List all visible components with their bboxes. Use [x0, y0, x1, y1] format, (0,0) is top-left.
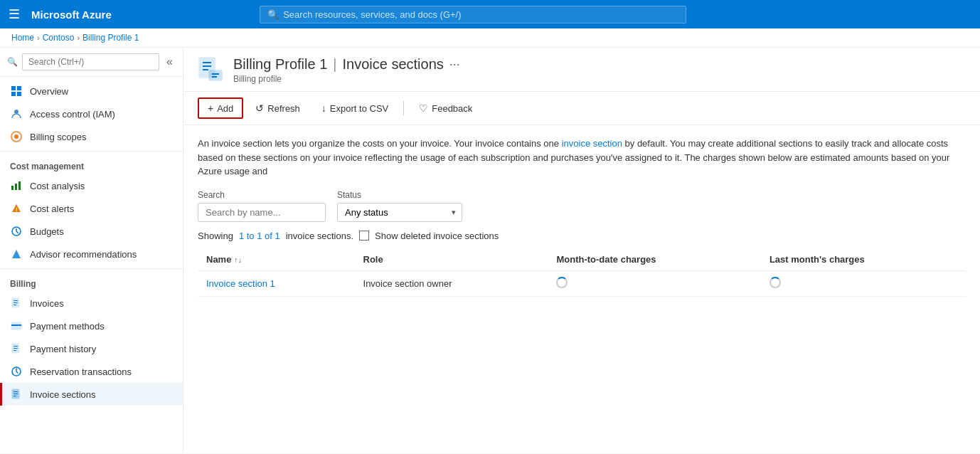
hamburger-icon[interactable]: ☰	[9, 6, 20, 22]
svg-rect-31	[203, 69, 208, 70]
sidebar-item-invoice-sections[interactable]: Invoice sections	[0, 383, 183, 406]
content-body: An invoice section lets you organize the…	[183, 125, 980, 453]
sidebar-item-label-payment-history: Payment history	[30, 344, 96, 354]
svg-rect-2	[11, 92, 16, 96]
sidebar-item-iam[interactable]: Access control (IAM)	[0, 102, 183, 125]
last-month-spinner	[769, 277, 781, 288]
global-search[interactable]: 🔍	[260, 6, 686, 23]
filter-row: Search Status Any status Active Disabled…	[198, 190, 966, 222]
cell-last-month	[761, 270, 966, 296]
svg-rect-9	[18, 181, 21, 190]
svg-rect-21	[14, 348, 18, 349]
sidebar-item-label-cost-alerts: Cost alerts	[30, 204, 74, 214]
col-header-last-month: Last month's charges	[761, 248, 966, 271]
sidebar-item-payment-history[interactable]: Payment history	[0, 337, 183, 360]
page-title-group: Billing Profile 1 | Invoice sections ···…	[233, 56, 460, 84]
showing-count-link[interactable]: 1 to 1 of 1	[239, 231, 280, 241]
overview-icon	[10, 85, 23, 97]
feedback-button[interactable]: ♡ Feedback	[410, 98, 481, 118]
sidebar-search-input[interactable]	[22, 53, 159, 70]
page-ellipsis-button[interactable]: ···	[449, 57, 460, 72]
invoices-icon	[10, 297, 23, 310]
search-input[interactable]	[283, 9, 678, 20]
refresh-button-label: Refresh	[267, 103, 300, 114]
col-name-label: Name	[206, 254, 231, 265]
search-icon: 🔍	[267, 9, 279, 20]
sidebar-item-reservation-transactions[interactable]: Reservation transactions	[0, 360, 183, 383]
col-header-name[interactable]: Name ↑↓	[198, 248, 355, 271]
page-title-main: Billing Profile 1	[233, 56, 327, 73]
showing-suffix: invoice sections.	[286, 231, 353, 241]
showing-row: Showing 1 to 1 of 1 invoice sections. Sh…	[198, 231, 966, 241]
page-icon	[198, 56, 223, 82]
payment-history-icon	[10, 342, 23, 355]
svg-rect-26	[14, 394, 18, 394]
breadcrumb-sep-1: ›	[37, 33, 40, 42]
sidebar-section-cost-management: Cost management	[0, 154, 183, 174]
sidebar-section-billing: Billing	[0, 272, 183, 292]
svg-rect-33	[212, 73, 219, 75]
sidebar-item-payment-methods[interactable]: Payment methods	[0, 315, 183, 337]
toolbar: + Add ↺ Refresh ↓ Export to CSV ♡ Feedba…	[183, 92, 980, 125]
svg-point-6	[14, 134, 18, 139]
sidebar-item-cost-analysis[interactable]: Cost analysis	[0, 174, 183, 197]
topbar: ☰ Microsoft Azure 🔍	[0, 0, 980, 28]
svg-rect-25	[14, 391, 18, 392]
svg-rect-16	[14, 305, 16, 305]
sidebar-item-budgets[interactable]: Budgets	[0, 220, 183, 243]
svg-rect-7	[11, 186, 14, 190]
showing-text: Showing	[198, 231, 233, 241]
sidebar-search-icon: 🔍	[7, 57, 18, 67]
sidebar-nav: Overview Access control (IAM) Billing sc…	[0, 77, 183, 408]
sidebar-item-label-cost-analysis: Cost analysis	[30, 181, 85, 191]
col-header-role: Role	[355, 248, 548, 271]
advisor-icon	[10, 248, 23, 260]
sort-arrows-name[interactable]: ↑↓	[234, 255, 242, 264]
svg-rect-29	[203, 62, 211, 63]
sidebar-item-billing-scopes[interactable]: Billing scopes	[0, 125, 183, 148]
svg-rect-22	[14, 350, 16, 351]
svg-marker-12	[12, 250, 21, 258]
page-header: Billing Profile 1 | Invoice sections ···…	[183, 48, 980, 92]
reservation-icon	[10, 365, 23, 378]
svg-rect-34	[212, 76, 217, 78]
search-by-name-input[interactable]	[198, 203, 326, 222]
page-title-separator: |	[333, 56, 336, 73]
sidebar-item-cost-alerts[interactable]: ! Cost alerts	[0, 197, 183, 220]
status-label: Status	[337, 190, 462, 200]
table-header-row: Name ↑↓ Role Month-to-date charges Last …	[198, 248, 966, 271]
svg-rect-32	[209, 70, 222, 80]
payment-methods-icon	[10, 320, 23, 332]
sidebar-item-overview[interactable]: Overview	[0, 80, 183, 102]
sidebar-item-invoices[interactable]: Invoices	[0, 292, 183, 315]
sidebar-item-label-budgets: Budgets	[30, 226, 64, 237]
svg-rect-1	[17, 86, 21, 90]
sidebar-search-bar: 🔍 «	[0, 48, 183, 77]
sidebar-item-label-reservation-transactions: Reservation transactions	[30, 366, 132, 377]
invoice-section-link[interactable]: invoice section	[562, 138, 622, 149]
chevron-down-icon: ▾	[452, 208, 462, 217]
breadcrumb-contoso[interactable]: Contoso	[43, 33, 75, 43]
sidebar-item-label-billing-scopes: Billing scopes	[30, 132, 87, 142]
export-button[interactable]: ↓ Export to CSV	[312, 98, 398, 118]
budgets-icon	[10, 225, 23, 238]
svg-rect-14	[14, 300, 18, 301]
breadcrumb: Home › Contoso › Billing Profile 1	[0, 28, 980, 48]
refresh-button[interactable]: ↺ Refresh	[246, 98, 309, 118]
add-button[interactable]: + Add	[198, 97, 243, 119]
iam-icon	[10, 107, 23, 120]
sidebar-divider-1	[0, 151, 183, 152]
svg-point-4	[14, 110, 18, 114]
billing-scopes-icon	[10, 130, 23, 143]
invoice-section-1-link[interactable]: Invoice section 1	[206, 278, 275, 289]
sidebar-item-label-invoices: Invoices	[30, 298, 64, 309]
status-select[interactable]: Any status Active Disabled	[338, 204, 452, 221]
show-deleted-checkbox[interactable]	[359, 231, 369, 241]
sidebar-collapse-button[interactable]: «	[164, 54, 176, 70]
svg-rect-20	[14, 346, 18, 347]
breadcrumb-home[interactable]: Home	[11, 33, 34, 43]
export-button-label: Export to CSV	[330, 103, 388, 114]
refresh-icon: ↺	[255, 102, 264, 114]
sidebar-item-advisor[interactable]: Advisor recommendations	[0, 243, 183, 265]
breadcrumb-billing-profile[interactable]: Billing Profile 1	[82, 33, 139, 43]
